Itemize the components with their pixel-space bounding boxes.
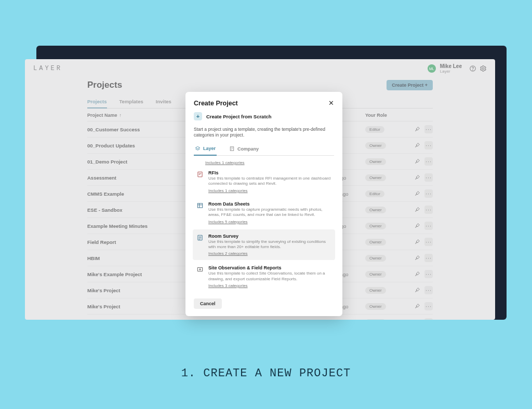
project-role: Owner xyxy=(365,158,402,165)
template-description: Use this template to centralize RFI mana… xyxy=(208,176,332,187)
project-role: Owner xyxy=(365,207,402,213)
gear-icon[interactable] xyxy=(480,65,487,72)
svg-point-2 xyxy=(482,67,484,70)
scratch-label: Create Project from Scratch xyxy=(206,114,272,119)
help-icon[interactable] xyxy=(469,65,476,72)
template-icon xyxy=(196,170,204,179)
more-icon[interactable]: ··· xyxy=(424,206,433,214)
svg-rect-5 xyxy=(197,203,202,208)
pin-icon[interactable] xyxy=(413,173,421,182)
sort-asc-icon[interactable]: ↑ xyxy=(119,113,122,118)
template-icon xyxy=(196,265,204,274)
user-org: Layer xyxy=(440,69,462,74)
template-description: Use this template to simplify the survey… xyxy=(208,239,332,250)
pin-icon[interactable] xyxy=(413,125,421,133)
user-block[interactable]: ML Mike Lee Layer xyxy=(428,63,487,74)
create-from-scratch[interactable]: + Create Project from Scratch xyxy=(194,112,334,120)
pin-icon[interactable] xyxy=(413,270,421,278)
includes-link[interactable]: Includes 5 categories xyxy=(208,220,248,224)
tab-templates[interactable]: Templates xyxy=(119,97,143,108)
tab-projects[interactable]: Projects xyxy=(87,97,107,108)
column-role-label[interactable]: Your Role xyxy=(365,113,402,118)
pin-icon[interactable] xyxy=(413,189,421,198)
close-icon[interactable]: ✕ xyxy=(328,99,334,107)
modal-tab-layer[interactable]: Layer xyxy=(194,144,217,156)
template-option[interactable]: Site Observation & Field ReportsUse this… xyxy=(194,261,334,292)
pin-icon[interactable] xyxy=(413,286,421,294)
pin-icon[interactable] xyxy=(413,302,421,310)
includes-link[interactable]: Includes 3 categories xyxy=(208,283,248,288)
pin-icon[interactable] xyxy=(413,141,421,149)
project-role: Editor xyxy=(365,190,402,197)
plus-icon: + xyxy=(194,112,202,120)
project-role: Owner xyxy=(365,174,402,181)
template-icon xyxy=(196,201,204,210)
svg-rect-7 xyxy=(197,268,202,271)
pin-icon[interactable] xyxy=(413,206,421,214)
includes-link-top[interactable]: Includes 1 categories xyxy=(205,160,245,165)
column-name-label[interactable]: Project Name xyxy=(87,113,117,118)
pin-icon[interactable] xyxy=(413,254,421,262)
modal-tab-company[interactable]: Company xyxy=(228,144,260,155)
pin-icon[interactable] xyxy=(413,238,421,246)
template-title: Room Data Sheets xyxy=(208,201,332,207)
template-description: Use this template to capture programmati… xyxy=(208,207,332,218)
project-name: Mike's Project xyxy=(87,320,318,320)
modal-title: Create Project xyxy=(194,100,238,107)
svg-point-8 xyxy=(200,269,201,270)
template-title: RFIs xyxy=(208,170,332,175)
project-role: Owner xyxy=(365,239,402,246)
includes-link[interactable]: Includes 1 categories xyxy=(208,188,248,193)
template-title: Room Survey xyxy=(208,234,332,239)
template-option[interactable]: RFIsUse this template to centralize RFI … xyxy=(194,166,334,197)
project-role: Owner xyxy=(365,303,402,310)
more-icon[interactable]: ··· xyxy=(424,189,433,198)
template-description: Use this template to collect Site Observ… xyxy=(208,271,332,282)
modal-template-tabs: LayerCompany xyxy=(194,144,334,156)
project-role: Owner xyxy=(365,319,402,320)
pin-icon[interactable] xyxy=(413,222,421,230)
project-role: Owner xyxy=(365,223,402,229)
more-icon[interactable]: ··· xyxy=(424,141,433,149)
more-icon[interactable]: ··· xyxy=(424,125,433,133)
template-title: Site Observation & Field Reports xyxy=(208,265,332,270)
more-icon[interactable]: ··· xyxy=(424,270,433,278)
svg-rect-3 xyxy=(230,147,233,151)
project-role: Editor xyxy=(365,126,402,133)
pin-icon[interactable] xyxy=(413,318,421,320)
more-icon[interactable]: ··· xyxy=(424,302,433,310)
svg-point-1 xyxy=(473,70,473,71)
includes-link[interactable]: Includes 2 categories xyxy=(208,251,248,256)
page-title: Projects xyxy=(87,80,122,90)
template-option[interactable]: Room SurveyUse this template to simplify… xyxy=(193,229,335,261)
template-option[interactable]: Room Data SheetsUse this template to cap… xyxy=(194,197,334,228)
project-role: Owner xyxy=(365,271,402,278)
project-role: Owner xyxy=(365,287,402,294)
create-project-button[interactable]: Create Project + xyxy=(387,80,433,90)
brand-logo: LAYER xyxy=(33,65,62,72)
project-created: 2 weeks ago xyxy=(318,320,365,320)
more-icon[interactable]: ··· xyxy=(424,254,433,262)
more-icon[interactable]: ··· xyxy=(424,238,433,246)
more-icon[interactable]: ··· xyxy=(424,286,433,294)
pin-icon[interactable] xyxy=(413,157,421,166)
more-icon[interactable]: ··· xyxy=(424,157,433,166)
template-icon xyxy=(196,234,204,242)
modal-description: Start a project using a template, creati… xyxy=(194,127,334,139)
project-role: Owner xyxy=(365,142,402,149)
more-icon[interactable]: ··· xyxy=(424,173,433,182)
more-icon[interactable]: ··· xyxy=(424,222,433,230)
more-icon[interactable]: ··· xyxy=(424,318,433,320)
project-role: Owner xyxy=(365,255,402,262)
create-project-modal: Create Project ✕ + Create Project from S… xyxy=(185,92,342,316)
tab-invites[interactable]: Invites xyxy=(156,97,171,108)
cancel-button[interactable]: Cancel xyxy=(194,298,222,309)
avatar: ML xyxy=(428,64,436,73)
svg-rect-4 xyxy=(198,172,202,176)
user-name: Mike Lee xyxy=(440,63,462,69)
tutorial-caption: 1. CREATE A NEW PROJECT xyxy=(0,367,532,380)
